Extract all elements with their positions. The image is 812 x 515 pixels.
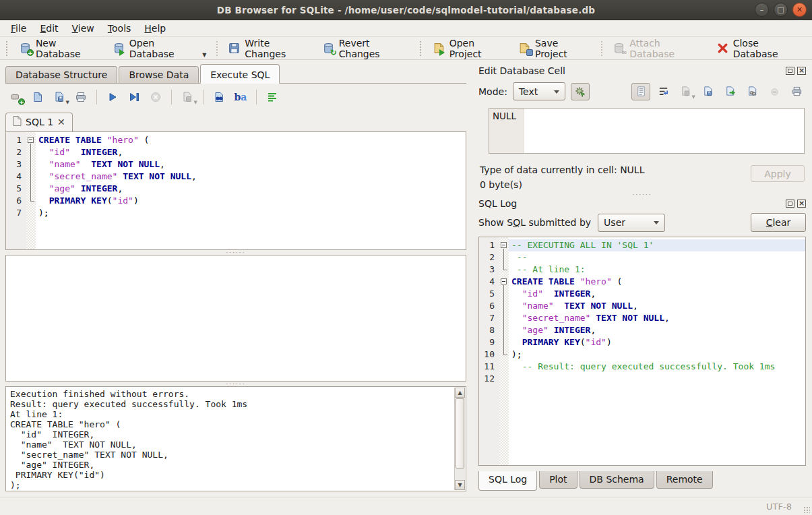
- project-save-icon: [518, 42, 531, 55]
- revert-changes-button[interactable]: ↻ Revert Changes: [317, 36, 416, 61]
- execute-line-icon[interactable]: [125, 88, 144, 106]
- menu-edit[interactable]: Edit: [33, 22, 65, 35]
- word-wrap-icon[interactable]: [654, 83, 673, 100]
- vertical-scrollbar[interactable]: ▲ ▼: [454, 388, 465, 490]
- menu-view[interactable]: View: [65, 22, 101, 35]
- tab-execute-sql[interactable]: Execute SQL: [200, 64, 280, 84]
- code-line: 7 "secret_name" TEXT NOT NULL,: [479, 312, 805, 324]
- apply-button[interactable]: Apply: [751, 165, 805, 182]
- dock-tab-plot[interactable]: Plot: [539, 471, 577, 489]
- menu-tools[interactable]: Tools: [101, 22, 138, 35]
- sql-doc-tabbar: SQL 1 ✕: [5, 113, 466, 131]
- toolbar-drag-handle[interactable]: [420, 41, 424, 56]
- close-panel-icon[interactable]: [797, 67, 806, 75]
- new-sql-tab-icon[interactable]: +: [7, 88, 26, 106]
- code-line: 1-- EXECUTING ALL IN 'SQL 1': [479, 239, 805, 251]
- splitter-handle[interactable]: ······: [5, 250, 466, 255]
- execution-results-pane[interactable]: Execution finished without errors.Result…: [5, 386, 466, 491]
- open-sql-file-icon[interactable]: [28, 88, 47, 106]
- close-tab-icon[interactable]: ✕: [57, 117, 65, 127]
- main-toolbar: + New Database Open Database ▼ Write Cha…: [0, 37, 812, 60]
- sql-log-view[interactable]: 1-- EXECUTING ALL IN 'SQL 1'2 --3 -- At …: [478, 237, 806, 466]
- close-icon[interactable]: ✕: [792, 3, 807, 17]
- dock-tab-sql-log[interactable]: SQL Log: [478, 471, 537, 491]
- scroll-down-icon[interactable]: ▼: [455, 480, 465, 490]
- tab-database-structure[interactable]: Database Structure: [5, 66, 117, 83]
- find-icon[interactable]: [210, 88, 228, 106]
- save-project-button[interactable]: Save Project: [513, 36, 596, 61]
- sql-doc-tab[interactable]: SQL 1 ✕: [5, 113, 73, 131]
- open-external-icon[interactable]: [743, 83, 761, 100]
- maximize-icon[interactable]: □: [774, 3, 788, 17]
- attach-database-button[interactable]: ∞ Attach Database: [607, 36, 710, 61]
- dock-tabbar: SQL Log Plot DB Schema Remote: [478, 471, 806, 494]
- minimize-icon[interactable]: –: [755, 3, 769, 17]
- sql-log-dock-header: SQL Log: [478, 197, 806, 210]
- dock-tab-remote[interactable]: Remote: [656, 471, 713, 489]
- dock-tab-db-schema[interactable]: DB Schema: [580, 471, 654, 489]
- mode-select[interactable]: Text: [513, 82, 565, 100]
- results-grid-pane[interactable]: [5, 255, 466, 382]
- execution-results-text: Execution finished without errors.Result…: [10, 389, 452, 490]
- write-changes-button[interactable]: Write Changes: [222, 36, 316, 61]
- code-line: 5 "id" INTEGER,: [479, 288, 805, 300]
- tab-browse-data[interactable]: Browse Data: [119, 66, 199, 83]
- close-database-button[interactable]: Close Database: [711, 36, 809, 61]
- toolbar-drag-handle[interactable]: [6, 41, 10, 56]
- print-cell-icon[interactable]: [787, 83, 806, 100]
- menu-file[interactable]: File: [4, 22, 33, 35]
- toolbar-separator: [601, 41, 602, 56]
- save-results-icon[interactable]: ▼: [178, 88, 197, 106]
- project-open-icon: [433, 42, 445, 55]
- left-panel: Database Structure Browse Data Execute S…: [0, 60, 473, 497]
- resize-grip-icon[interactable]: [803, 506, 810, 513]
- statusbar: UTF-8: [0, 497, 812, 515]
- export-cell-icon[interactable]: [720, 83, 739, 100]
- clear-button[interactable]: Clear: [751, 213, 806, 232]
- toolbar-separator: [203, 90, 204, 104]
- encoding-indicator[interactable]: UTF-8: [766, 502, 792, 512]
- code-line: 6 PRIMARY KEY("id"): [6, 195, 466, 207]
- import-cell-icon[interactable]: [698, 83, 717, 100]
- right-panel: Edit Database Cell Mode: Text: [473, 60, 812, 497]
- code-line: 2 "id" INTEGER,: [6, 146, 466, 158]
- code-line: 11 -- Result: query executed successfull…: [479, 361, 805, 373]
- code-line: 4 "secret_name" TEXT NOT NULL,: [6, 171, 466, 183]
- find-replace-icon[interactable]: ba: [231, 88, 250, 106]
- chevron-down-icon[interactable]: ▼: [202, 52, 206, 58]
- save-cell-icon[interactable]: ▼: [676, 83, 695, 100]
- save-sql-file-icon[interactable]: ▼: [50, 88, 69, 106]
- splitter-handle[interactable]: ······: [5, 382, 466, 386]
- scrollbar-thumb[interactable]: [456, 398, 464, 468]
- close-panel-icon[interactable]: [797, 200, 806, 208]
- open-project-button[interactable]: Open Project: [427, 36, 513, 61]
- float-panel-icon[interactable]: [786, 67, 794, 75]
- database-close-icon: [716, 42, 729, 55]
- open-database-button[interactable]: Open Database ▼: [107, 36, 212, 61]
- edit-cell-title: Edit Database Cell: [478, 65, 783, 76]
- apply-mode-gear-icon[interactable]: [571, 83, 590, 100]
- format-sql-icon[interactable]: [263, 88, 282, 106]
- code-line: 5 "age" INTEGER,: [6, 183, 466, 195]
- toolbar-separator: [171, 90, 172, 104]
- float-panel-icon[interactable]: [786, 200, 794, 208]
- stop-icon[interactable]: [146, 88, 165, 106]
- main-tabbar: Database Structure Browse Data Execute S…: [5, 64, 466, 84]
- code-line: 3 -- At line 1:: [479, 264, 805, 276]
- mode-label: Mode:: [478, 86, 507, 97]
- sql-log-filter-row: Show SQL submitted by User Clear: [478, 213, 806, 232]
- cell-edit-area[interactable]: NULL: [489, 108, 805, 154]
- menu-help[interactable]: Help: [137, 22, 173, 35]
- splitter-handle[interactable]: ······: [478, 192, 806, 197]
- scroll-up-icon[interactable]: ▲: [455, 388, 465, 398]
- set-null-icon[interactable]: [765, 83, 784, 100]
- submitted-by-select[interactable]: User: [598, 214, 665, 232]
- write-changes-icon: [228, 42, 241, 55]
- new-database-button[interactable]: + New Database: [13, 36, 107, 61]
- text-view-icon[interactable]: [631, 83, 650, 100]
- sql-editor[interactable]: 1CREATE TABLE "hero" (2 "id" INTEGER,3 "…: [5, 131, 466, 250]
- execute-all-icon[interactable]: [103, 88, 122, 106]
- toolbar-separator: [256, 90, 257, 104]
- print-icon[interactable]: [71, 88, 90, 106]
- sql-log-title: SQL Log: [478, 198, 783, 209]
